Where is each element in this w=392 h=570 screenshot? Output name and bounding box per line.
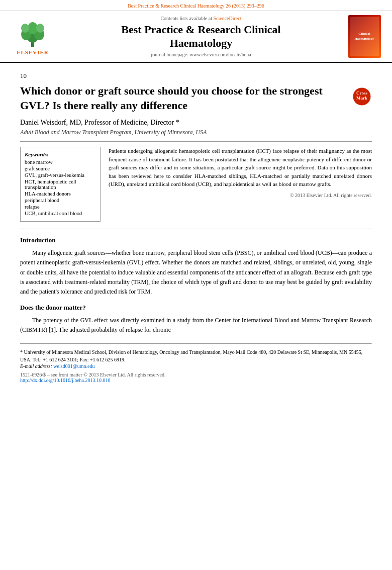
journal-info: Contents lists available at ScienceDirec… xyxy=(60,15,342,58)
journal-title: Best Practice & Research Clinical Haemat… xyxy=(121,23,280,50)
article-number: 10 xyxy=(20,68,372,80)
keyword-5: HLA-matched donors xyxy=(25,191,96,197)
keyword-7: relapse xyxy=(25,204,96,210)
svg-point-6 xyxy=(36,24,44,33)
author-name: Daniel Weisdorf, MD, Professor of Medici… xyxy=(20,119,372,127)
footnote-divider xyxy=(20,343,372,344)
abstract-paragraph: Patients undergoing allogeneic hematopoi… xyxy=(109,148,372,187)
svg-point-5 xyxy=(21,24,29,33)
footnote-email-line: E-mail address: weisd001@umn.edu xyxy=(20,363,372,369)
divider-2 xyxy=(20,229,372,229)
article-title-row: Which donor or graft source should you c… xyxy=(20,84,372,113)
journal-cover: Clinical Haematology xyxy=(347,15,382,58)
journal-title-line2: Haematology xyxy=(170,37,233,49)
svg-text:Cross: Cross xyxy=(356,90,367,96)
journal-title-line1: Best Practice & Research Clinical xyxy=(121,23,280,36)
journal-citation-text: Best Practice & Research Clinical Haemat… xyxy=(128,3,264,9)
article-title: Which donor or graft source should you c… xyxy=(20,84,347,113)
donor-section-paragraph: The potency of the GVL effect was direct… xyxy=(20,316,372,335)
keyword-4: HCT, hematopoietic cell transplantation xyxy=(25,179,96,190)
abstract-text: Patients undergoing allogeneic hematopoi… xyxy=(109,147,372,222)
elsevier-tree-icon xyxy=(15,18,50,48)
keyword-6: peripheral blood xyxy=(25,198,96,203)
elsevier-brand-label: ELSEVIER xyxy=(17,49,49,55)
elsevier-logo: ELSEVIER xyxy=(10,15,55,58)
sciencedirect-line: Contents lists available at ScienceDirec… xyxy=(160,16,241,21)
journal-homepage: journal homepage: www.elsevier.com/locat… xyxy=(151,52,251,57)
abstract-section: Keywords: bone marrow graft source GVL, … xyxy=(20,147,372,222)
sciencedirect-link[interactable]: ScienceDirect xyxy=(213,16,241,21)
main-content: 10 Which donor or graft source should yo… xyxy=(0,63,392,393)
keyword-2: graft source xyxy=(25,166,96,171)
abstract-copyright: © 2013 Elsevier Ltd. All rights reserved… xyxy=(109,192,372,199)
journal-citation-bar: Best Practice & Research Clinical Haemat… xyxy=(0,0,392,11)
divider-1 xyxy=(20,141,372,142)
cover-title: Clinical Haematology xyxy=(350,32,379,41)
doi-link[interactable]: http://dx.doi.org/10.1016/j.beha.2013.10… xyxy=(20,377,372,383)
issn-line: 1521-6926/$ – see front matter © 2013 El… xyxy=(20,372,372,377)
keywords-heading: Keywords: xyxy=(25,151,96,157)
introduction-heading: Introduction xyxy=(20,236,372,244)
sciencedirect-label: Contents lists available at xyxy=(160,16,212,21)
keyword-8: UCB, umbilical cord blood xyxy=(25,211,96,216)
keyword-1: bone marrow xyxy=(25,159,96,165)
keyword-3: GVL, graft-versus-leukemia xyxy=(25,172,96,178)
keywords-box: Keywords: bone marrow graft source GVL, … xyxy=(20,147,101,222)
donor-section-heading: Does the donor matter? xyxy=(20,304,372,312)
cover-image: Clinical Haematology xyxy=(348,15,381,58)
email-label: E-mail address: xyxy=(20,363,52,369)
journal-header: ELSEVIER Contents lists available at Sci… xyxy=(0,11,392,63)
footnote-affiliation: * University of Minnesota Medical School… xyxy=(20,348,372,363)
email-address[interactable]: weisd001@umn.edu xyxy=(53,363,94,369)
crossmark-icon: Cross Mark xyxy=(352,86,372,107)
author-affiliation: Adult Blood and Marrow Transplant Progra… xyxy=(20,129,372,136)
svg-text:Mark: Mark xyxy=(356,96,367,101)
introduction-paragraph: Many allogeneic graft sources—whether bo… xyxy=(20,248,372,297)
